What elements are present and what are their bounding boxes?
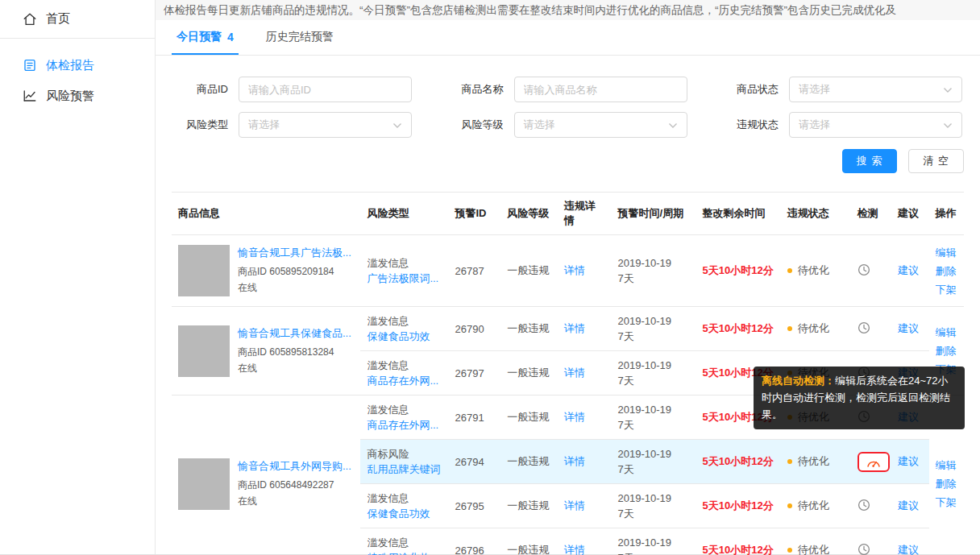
status-text: 待优化 xyxy=(798,499,829,513)
product-image xyxy=(178,458,230,510)
filter-label: 商品名称 xyxy=(447,82,504,97)
product-id: 商品ID 605895813284 xyxy=(238,344,351,360)
select-placeholder: 请选择 xyxy=(524,118,555,132)
risk-type-cell: 滥发信息广告法极限词... xyxy=(360,235,448,307)
risk-type-select[interactable]: 请选择 xyxy=(239,112,412,138)
warning-id: 26796 xyxy=(448,528,500,555)
detail-link[interactable]: 详情 xyxy=(564,499,585,512)
suggest-link[interactable]: 建议 xyxy=(898,499,919,512)
risk-subtype-link[interactable]: 保健食品功效 xyxy=(367,506,442,521)
clear-button[interactable]: 清 空 xyxy=(908,149,964,173)
suggest-link[interactable]: 建议 xyxy=(898,544,919,555)
risk-subtype-link[interactable]: 广告法极限词... xyxy=(367,271,442,286)
warning-id: 26795 xyxy=(448,484,500,528)
delete-link[interactable]: 删除 xyxy=(936,262,958,280)
suggest-link[interactable]: 建议 xyxy=(898,322,919,334)
risk-level-select[interactable]: 请选择 xyxy=(514,112,687,138)
detect-tooltip: 离线自动检测：编辑后系统会在24~72小时内自动进行检测，检测完后返回检测结果。 xyxy=(754,367,965,429)
detect-button[interactable] xyxy=(858,499,870,512)
detect-button[interactable] xyxy=(858,321,870,334)
content-area: 商品ID 商品名称 商品状态 请选择 xyxy=(156,77,980,555)
status-dot-icon xyxy=(787,548,792,553)
status-dot-icon xyxy=(787,503,792,508)
risk-subtype-link[interactable]: 乱用品牌关键词 xyxy=(367,462,442,477)
filter-label: 商品状态 xyxy=(722,82,779,97)
violation-status-cell: 待优化 xyxy=(781,528,851,555)
chevron-down-icon xyxy=(943,84,953,96)
detail-link[interactable]: 详情 xyxy=(564,367,585,379)
product-name-link[interactable]: 愉音合规工具广告法极... xyxy=(238,246,351,260)
edit-link[interactable]: 编辑 xyxy=(936,456,958,474)
risk-subtype-link[interactable]: 特殊用途化妆... xyxy=(367,550,442,555)
product-name-input[interactable] xyxy=(514,77,687,102)
risk-level: 一般违规 xyxy=(500,396,558,440)
sidebar-item-risk[interactable]: 风险预警 xyxy=(0,81,155,111)
column-header: 风险类型 xyxy=(360,193,448,235)
report-icon xyxy=(23,58,37,72)
suggest-cell: 建议 xyxy=(891,307,928,351)
violation-status-cell: 待优化 xyxy=(781,484,851,528)
select-placeholder: 请选择 xyxy=(799,82,830,97)
product-id: 商品ID 605895209184 xyxy=(238,263,351,280)
delete-link[interactable]: 删除 xyxy=(936,342,958,360)
product-text: 愉音合规工具保健食品...商品ID 605895813284在线 xyxy=(238,326,351,376)
product-name-link[interactable]: 愉音合规工具保健食品... xyxy=(238,326,351,341)
status-dot-icon xyxy=(787,459,792,464)
sidebar-item-home[interactable]: 首页 xyxy=(0,0,155,38)
filter-product-id: 商品ID xyxy=(172,77,413,102)
risk-type-cell: 滥发信息特殊用途化妆... xyxy=(360,528,448,555)
sidebar-item-report[interactable]: 体检报告 xyxy=(0,50,155,81)
warning-time-cell: 2019-10-197天 xyxy=(612,307,696,351)
detect-button[interactable] xyxy=(858,543,870,555)
product-name-link[interactable]: 愉音合规工具外网导购... xyxy=(238,459,351,474)
product-info: 愉音合规工具外网导购...商品ID 605648492287在线 xyxy=(178,458,354,510)
warning-date: 2019-10-19 xyxy=(618,535,690,550)
takedown-link[interactable]: 下架 xyxy=(936,280,958,299)
suggest-link[interactable]: 建议 xyxy=(898,264,919,276)
violation-status-select[interactable]: 请选择 xyxy=(789,112,962,138)
risk-level: 一般违规 xyxy=(500,484,558,528)
violation-detail-cell: 详情 xyxy=(558,235,612,307)
product-info: 愉音合规工具广告法极...商品ID 605895209184在线 xyxy=(178,245,354,296)
suggest-link[interactable]: 建议 xyxy=(898,455,919,467)
risk-type-cell: 滥发信息保健食品功效 xyxy=(360,484,448,528)
detail-link[interactable]: 详情 xyxy=(564,264,585,276)
warning-id: 26791 xyxy=(448,396,500,440)
risk-subtype-link[interactable]: 保健食品功效 xyxy=(367,329,442,344)
detail-link[interactable]: 详情 xyxy=(564,544,585,555)
filter-product-status: 商品状态 请选择 xyxy=(722,77,964,102)
risk-subtype-link[interactable]: 商品存在外网... xyxy=(367,417,442,433)
table-row: 愉音合规工具广告法极...商品ID 605895209184在线滥发信息广告法极… xyxy=(172,235,964,307)
sidebar: 首页 体检报告 风险预警 xyxy=(0,0,156,554)
violation-detail-cell: 详情 xyxy=(558,396,612,440)
detail-link[interactable]: 详情 xyxy=(564,411,585,423)
warning-cycle: 7天 xyxy=(618,373,690,388)
status-text: 待优化 xyxy=(798,454,829,469)
detect-button[interactable] xyxy=(858,263,870,276)
remaining-time: 5天10小时12分 xyxy=(696,528,781,555)
takedown-link[interactable]: 下架 xyxy=(936,493,958,512)
main-content: 体检报告每日更新店铺商品的违规情况。“今日预警”包含您店铺检测出需要在整改结束时… xyxy=(156,0,980,554)
risk-level: 一般违规 xyxy=(500,235,558,307)
detail-link[interactable]: 详情 xyxy=(564,455,585,467)
detail-link[interactable]: 详情 xyxy=(564,322,585,334)
product-status-select[interactable]: 请选择 xyxy=(789,77,962,102)
delete-link[interactable]: 删除 xyxy=(936,474,958,493)
tab-today-warnings[interactable]: 今日预警 4 xyxy=(172,20,239,55)
warning-cycle: 7天 xyxy=(618,506,690,521)
detect-highlight-box[interactable] xyxy=(858,452,890,472)
product-id-input[interactable] xyxy=(239,77,412,102)
tab-bar: 今日预警 4 历史完结预警 xyxy=(156,20,980,56)
warning-time-cell: 2019-10-197天 xyxy=(612,484,696,528)
edit-link[interactable]: 编辑 xyxy=(936,323,958,342)
violation-detail-cell: 详情 xyxy=(558,351,612,396)
tab-history-warnings[interactable]: 历史完结预警 xyxy=(261,20,338,55)
select-placeholder: 请选择 xyxy=(799,118,830,132)
suggest-cell: 建议 xyxy=(891,235,928,307)
risk-subtype-link[interactable]: 商品存在外网... xyxy=(367,373,442,388)
risk-type: 滥发信息 xyxy=(367,255,442,271)
status-badge: 待优化 xyxy=(787,454,845,469)
warning-time-cell: 2019-10-197天 xyxy=(612,235,696,307)
search-button[interactable]: 搜 索 xyxy=(842,149,898,173)
edit-link[interactable]: 编辑 xyxy=(936,243,958,262)
